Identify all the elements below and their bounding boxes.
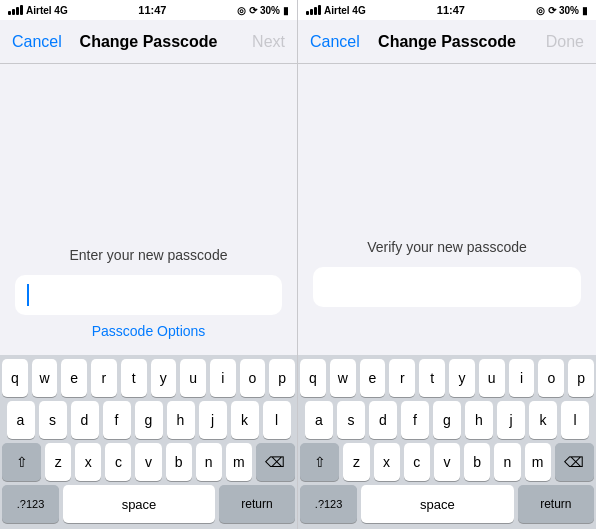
shift-key-2[interactable]: ⇧ [300, 443, 339, 481]
key-b-2[interactable]: b [464, 443, 490, 481]
key-l-1[interactable]: l [263, 401, 291, 439]
location-icon-1: ◎ [237, 5, 246, 16]
key-row-2-2: a s d f g h j k l [300, 401, 594, 439]
key-r-2[interactable]: r [389, 359, 415, 397]
key-p-2[interactable]: p [568, 359, 594, 397]
key-s-1[interactable]: s [39, 401, 67, 439]
key-z-2[interactable]: z [343, 443, 369, 481]
cancel-button-1[interactable]: Cancel [12, 33, 62, 51]
key-u-1[interactable]: u [180, 359, 206, 397]
return-key-2[interactable]: return [518, 485, 594, 523]
key-c-1[interactable]: c [105, 443, 131, 481]
key-k-1[interactable]: k [231, 401, 259, 439]
nav-bar-2: Cancel Change Passcode Done [298, 20, 596, 64]
return-key-1[interactable]: return [219, 485, 295, 523]
battery-text-2: 30% [559, 5, 579, 16]
key-h-1[interactable]: h [167, 401, 195, 439]
key-y-2[interactable]: y [449, 359, 475, 397]
key-k-2[interactable]: k [529, 401, 557, 439]
key-o-2[interactable]: o [538, 359, 564, 397]
page-title-1: Change Passcode [62, 33, 235, 51]
next-button-1[interactable]: Next [235, 33, 285, 51]
passcode-options-1[interactable]: Passcode Options [92, 323, 206, 339]
key-g-2[interactable]: g [433, 401, 461, 439]
passcode-prompt-2: Verify your new passcode [367, 239, 527, 255]
time-1: 11:47 [138, 4, 166, 16]
space-key-2[interactable]: space [361, 485, 514, 523]
num-key-1[interactable]: .?123 [2, 485, 59, 523]
status-bar-2: Airtel 4G 11:47 ◎ ⟳ 30% ▮ [298, 0, 596, 20]
key-v-1[interactable]: v [135, 443, 161, 481]
battery-text-1: 30% [260, 5, 280, 16]
key-a-1[interactable]: a [7, 401, 35, 439]
key-u-2[interactable]: u [479, 359, 505, 397]
nav-bar-1: Cancel Change Passcode Next [0, 20, 297, 64]
battery-icon-1: ▮ [283, 5, 289, 16]
key-f-2[interactable]: f [401, 401, 429, 439]
panel-enter: Airtel 4G 11:47 ◎ ⟳ 30% ▮ Cancel Change … [0, 0, 298, 529]
key-n-1[interactable]: n [196, 443, 222, 481]
done-button-2[interactable]: Done [534, 33, 584, 51]
rotation-icon-1: ⟳ [249, 5, 257, 16]
status-bar-1: Airtel 4G 11:47 ◎ ⟳ 30% ▮ [0, 0, 297, 20]
key-c-2[interactable]: c [404, 443, 430, 481]
key-x-2[interactable]: x [374, 443, 400, 481]
key-p-1[interactable]: p [269, 359, 295, 397]
carrier-text-2: Airtel 4G [324, 5, 366, 16]
time-2: 11:47 [437, 4, 465, 16]
battery-icon-2: ▮ [582, 5, 588, 16]
delete-key-2[interactable]: ⌫ [555, 443, 594, 481]
key-i-1[interactable]: i [210, 359, 236, 397]
key-i-2[interactable]: i [509, 359, 535, 397]
right-status-1: ◎ ⟳ 30% ▮ [237, 5, 289, 16]
key-z-1[interactable]: z [45, 443, 71, 481]
key-d-2[interactable]: d [369, 401, 397, 439]
right-status-2: ◎ ⟳ 30% ▮ [536, 5, 588, 16]
key-w-1[interactable]: w [32, 359, 58, 397]
key-r-1[interactable]: r [91, 359, 117, 397]
page-title-2: Change Passcode [360, 33, 534, 51]
key-y-1[interactable]: y [151, 359, 177, 397]
keyboard-2: q w e r t y u i o p a s d f g h j k l ⇧ … [298, 355, 596, 529]
cancel-button-2[interactable]: Cancel [310, 33, 360, 51]
panel-verify: Airtel 4G 11:47 ◎ ⟳ 30% ▮ Cancel Change … [298, 0, 596, 529]
key-m-2[interactable]: m [525, 443, 551, 481]
key-a-2[interactable]: a [305, 401, 333, 439]
key-j-2[interactable]: j [497, 401, 525, 439]
key-x-1[interactable]: x [75, 443, 101, 481]
content-area-1: Enter your new passcode Passcode Options [0, 64, 297, 355]
key-g-1[interactable]: g [135, 401, 163, 439]
key-h-2[interactable]: h [465, 401, 493, 439]
key-n-2[interactable]: n [494, 443, 520, 481]
passcode-input-2[interactable] [313, 267, 581, 307]
key-row-3-1: ⇧ z x c v b n m ⌫ [2, 443, 295, 481]
key-d-1[interactable]: d [71, 401, 99, 439]
key-q-2[interactable]: q [300, 359, 326, 397]
key-j-1[interactable]: j [199, 401, 227, 439]
key-t-2[interactable]: t [419, 359, 445, 397]
key-e-2[interactable]: e [360, 359, 386, 397]
content-area-2: Verify your new passcode [298, 64, 596, 355]
key-v-2[interactable]: v [434, 443, 460, 481]
passcode-input-1[interactable] [15, 275, 282, 315]
key-w-2[interactable]: w [330, 359, 356, 397]
key-row-4-2: .?123 space return [300, 485, 594, 523]
passcode-prompt-1: Enter your new passcode [70, 247, 228, 263]
key-s-2[interactable]: s [337, 401, 365, 439]
shift-key-1[interactable]: ⇧ [2, 443, 41, 481]
key-row-1-1: q w e r t y u i o p [2, 359, 295, 397]
key-b-1[interactable]: b [166, 443, 192, 481]
key-e-1[interactable]: e [61, 359, 87, 397]
rotation-icon-2: ⟳ [548, 5, 556, 16]
key-o-1[interactable]: o [240, 359, 266, 397]
key-l-2[interactable]: l [561, 401, 589, 439]
key-t-1[interactable]: t [121, 359, 147, 397]
key-f-1[interactable]: f [103, 401, 131, 439]
key-m-1[interactable]: m [226, 443, 252, 481]
key-q-1[interactable]: q [2, 359, 28, 397]
num-key-2[interactable]: .?123 [300, 485, 357, 523]
delete-key-1[interactable]: ⌫ [256, 443, 295, 481]
carrier-text-1: Airtel 4G [26, 5, 68, 16]
key-row-1-2: q w e r t y u i o p [300, 359, 594, 397]
space-key-1[interactable]: space [63, 485, 215, 523]
